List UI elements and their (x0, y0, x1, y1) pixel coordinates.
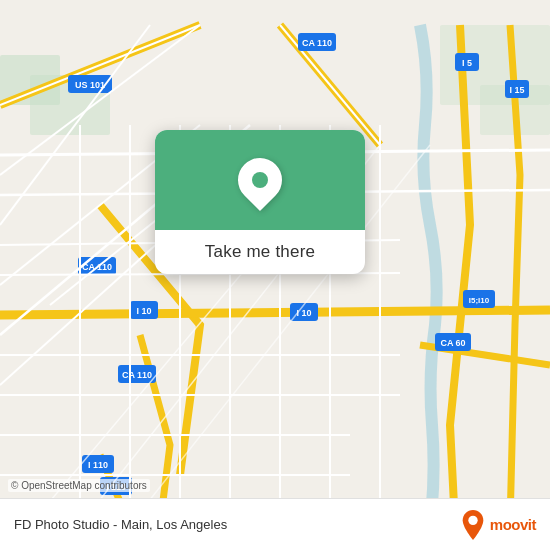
map-background: US 101 CA 110 I 5 I 15 CA 110 I 10 I 10 … (0, 0, 550, 550)
location-card: Take me there (155, 130, 365, 274)
map-container: US 101 CA 110 I 5 I 15 CA 110 I 10 I 10 … (0, 0, 550, 550)
svg-text:I 10: I 10 (136, 306, 151, 316)
svg-text:CA 60: CA 60 (440, 338, 465, 348)
svg-text:I 15: I 15 (509, 85, 524, 95)
svg-text:US 101: US 101 (75, 80, 105, 90)
osm-attribution: © OpenStreetMap contributors (8, 479, 150, 492)
map-pin-icon (229, 149, 291, 211)
svg-text:CA 110: CA 110 (302, 38, 332, 48)
bottom-bar: FD Photo Studio - Main, Los Angeles moov… (0, 498, 550, 550)
svg-text:I 5: I 5 (462, 58, 472, 68)
take-me-there-button[interactable]: Take me there (205, 242, 315, 262)
moovit-pin-icon (460, 510, 486, 540)
copyright-text: © OpenStreetMap contributors (11, 480, 147, 491)
svg-text:I5;I10: I5;I10 (469, 296, 490, 305)
svg-text:I 10: I 10 (296, 308, 311, 318)
svg-point-54 (468, 515, 477, 524)
location-name: FD Photo Studio - Main, Los Angeles (14, 517, 227, 532)
moovit-brand-text: moovit (490, 516, 536, 533)
moovit-logo: moovit (460, 510, 536, 540)
svg-text:CA 110: CA 110 (122, 370, 152, 380)
card-map-preview (155, 130, 365, 230)
svg-text:I 110: I 110 (88, 460, 108, 470)
card-button-area: Take me there (155, 230, 365, 274)
pin-dot (252, 172, 268, 188)
